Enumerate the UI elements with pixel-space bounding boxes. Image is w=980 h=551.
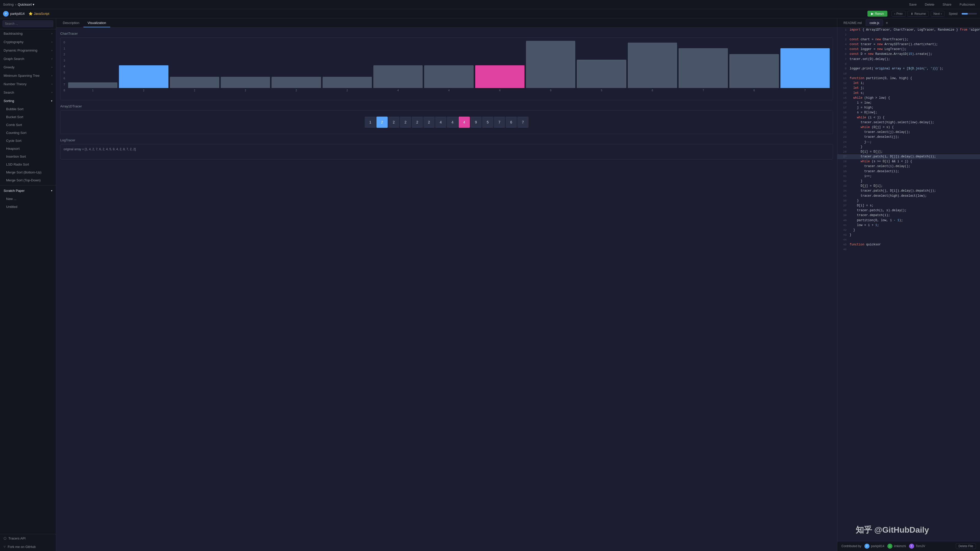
chart-bar <box>475 65 525 88</box>
sidebar-sub-untitled[interactable]: Untitled <box>0 203 56 211</box>
username: parkjs814 <box>10 12 24 16</box>
contributor-avatar-3: T <box>909 544 914 549</box>
chevron-right-icon: › <box>52 91 52 94</box>
code-line: 23 tracer.deselect(j); <box>837 135 980 140</box>
array-cell: 6 <box>506 117 517 128</box>
bar-label: 4 <box>448 89 450 92</box>
sidebar-item-greedy[interactable]: Greedy › <box>0 63 56 71</box>
sidebar-tracers-api[interactable]: ⬡ Tracers API <box>0 534 56 543</box>
chart-tracer-box: 8 7 6 5 4 3 2 1 0 122222444958767 <box>60 38 833 100</box>
sidebar-item-backtracking[interactable]: Backtracking › <box>0 29 56 38</box>
sidebar-sub-comb-sort[interactable]: Comb Sort <box>0 121 56 129</box>
line-content: j = high; <box>850 105 978 110</box>
next-button[interactable]: Next › <box>931 11 945 17</box>
sidebar-item-graph-search[interactable]: Graph Search › <box>0 55 56 63</box>
tab-code[interactable]: code.js <box>865 19 883 26</box>
rerun-button[interactable]: ▶ Rerun <box>867 11 887 17</box>
sidebar-item-mst[interactable]: Minimum Spanning Tree › <box>0 71 56 80</box>
chart-y-axis: 8 7 6 5 4 3 2 1 0 <box>64 41 65 97</box>
line-content: import { Array1DTracer, ChartTracer, Log… <box>850 27 980 32</box>
line-number: 10 <box>839 71 846 76</box>
line-number: 31 <box>839 174 846 179</box>
code-line: 2 <box>837 32 980 37</box>
sidebar-sub-insertion-sort[interactable]: Insertion Sort <box>0 152 56 160</box>
line-number: 21 <box>839 125 846 130</box>
sidebar-item-dp[interactable]: Dynamic Programming › <box>0 46 56 55</box>
tab-visualization[interactable]: Visualization <box>83 19 110 27</box>
chart-bar <box>373 65 423 88</box>
sidebar-sub-new[interactable]: New ... <box>0 195 56 203</box>
fullscreen-button[interactable]: Fullscreen <box>958 2 977 7</box>
line-number: 15 <box>839 96 846 100</box>
sidebar-sub-bubble-sort[interactable]: Bubble Sort <box>0 105 56 113</box>
line-content: let i; <box>850 81 978 86</box>
array-cell: 4 <box>435 117 446 128</box>
bar-col: 8 <box>628 41 677 92</box>
sidebar-sub-lsd-radix[interactable]: LSD Radix Sort <box>0 160 56 168</box>
code-line: 39 tracer.depatch(i); <box>837 213 980 218</box>
chevron-right-icon: › <box>52 83 52 86</box>
chart-bar <box>526 41 575 88</box>
chevron-right-icon: › <box>52 32 52 35</box>
contributor-name-3: TornJV <box>916 545 925 548</box>
line-number: 24 <box>839 140 846 144</box>
sidebar-fork-github[interactable]: ⑂ Fork me on GitHub <box>0 543 56 551</box>
chart-bar <box>729 54 779 88</box>
tab-readme[interactable]: README.md <box>840 20 865 26</box>
code-line: 45function quicksor <box>837 242 980 247</box>
array-cell: 1 <box>365 117 376 128</box>
share-button[interactable]: Share <box>940 2 953 7</box>
sidebar-item-sorting[interactable]: Sorting ▾ <box>0 97 56 105</box>
code-line: 13 let j; <box>837 86 980 91</box>
contributor-avatar-2: i <box>887 544 892 549</box>
tab-description[interactable]: Description <box>59 19 83 27</box>
bar-col: 1 <box>68 41 118 92</box>
line-content: while (s >= D[i] && i < j) { <box>850 159 978 164</box>
code-line: 33 D[j] = D[i]; <box>837 184 980 189</box>
bar-label: 8 <box>652 89 653 92</box>
center-panel: Description Visualization ChartTracer 8 … <box>56 18 837 551</box>
line-content: while (D[j] > s) { <box>850 125 978 130</box>
breadcrumb-sorting[interactable]: Sorting <box>3 3 14 6</box>
sidebar-sub-merge-bottom[interactable]: Merge Sort (Bottom-Up) <box>0 168 56 176</box>
sidebar-item-cryptography[interactable]: Cryptography › <box>0 38 56 46</box>
code-line: 4const tracer = new Array1DTracer().char… <box>837 42 980 47</box>
sidebar-sub-heapsort[interactable]: Heapsort <box>0 144 56 152</box>
resume-button[interactable]: ⏸ Resume <box>907 11 929 17</box>
search-input[interactable] <box>3 21 53 27</box>
code-editor: 1import { Array1DTracer, ChartTracer, Lo… <box>837 27 980 541</box>
contributor-name-2: imkimchi <box>894 545 906 548</box>
sidebar-item-search[interactable]: Search › <box>0 88 56 97</box>
prev-button[interactable]: ‹ Prev <box>891 11 905 17</box>
save-button[interactable]: Save <box>907 2 919 7</box>
line-content: function quicksor <box>850 242 978 247</box>
delete-button[interactable]: Delete <box>923 2 937 7</box>
bar-col: 4 <box>424 41 473 92</box>
line-number: 42 <box>839 228 846 233</box>
bar-label: 4 <box>499 89 501 92</box>
code-line: 29 tracer.select(i).delay(); <box>837 164 980 169</box>
delete-file-button[interactable]: Delete File <box>956 543 976 549</box>
sidebar-sub-bucket-sort[interactable]: Bucket Sort <box>0 113 56 121</box>
sidebar-sub-cycle-sort[interactable]: Cycle Sort <box>0 137 56 144</box>
sidebar-item-scratch-paper[interactable]: Scratch Paper ▾ <box>0 186 56 195</box>
code-line: 18 s = D[low]; <box>837 110 980 115</box>
tab-add-button[interactable]: + <box>883 20 890 26</box>
speed-fill <box>962 13 968 14</box>
dropdown-icon[interactable]: ▾ <box>33 3 35 6</box>
speed-slider[interactable] <box>962 13 977 14</box>
sidebar-item-number-theory[interactable]: Number Theory › <box>0 80 56 88</box>
code-line: 8 <box>837 62 980 67</box>
line-number: 11 <box>839 76 846 81</box>
breadcrumb: Sorting › Quicksort ▾ <box>3 3 35 6</box>
sidebar-sub-merge-top[interactable]: Merge Sort (Top-Down) <box>0 176 56 184</box>
code-line: 16 i = low; <box>837 100 980 105</box>
line-number: 46 <box>839 247 846 252</box>
chart-bar <box>221 77 270 88</box>
sidebar-sub-counting-sort[interactable]: Counting Sort <box>0 129 56 137</box>
line-number: 13 <box>839 86 846 91</box>
code-line: 9logger.print(`original array = [${D.joi… <box>837 66 980 71</box>
code-line: 46 <box>837 247 980 252</box>
chart-bar <box>119 65 168 88</box>
code-line: 17 j = high; <box>837 105 980 110</box>
